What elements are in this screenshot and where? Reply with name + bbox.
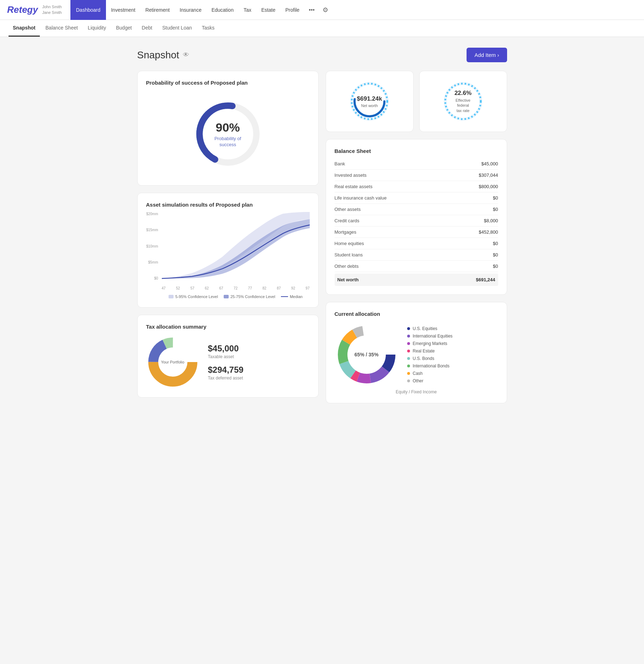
allocation-legend-item: Real Estate <box>407 349 453 354</box>
probability-percent: 90% <box>214 121 241 134</box>
allocation-legend-item: Cash <box>407 371 453 376</box>
sub-nav-student-loan[interactable]: Student Loan <box>158 20 196 37</box>
nav-dashboard[interactable]: Dashboard <box>70 0 106 20</box>
allocation-legend-item: International Bonds <box>407 363 453 368</box>
nav-settings-icon[interactable]: ⚙ <box>319 0 332 20</box>
nav-investment[interactable]: Investment <box>106 0 140 20</box>
balance-row: Other assets$0 <box>335 204 498 215</box>
tax-rate-value: 22.6% <box>452 90 475 97</box>
balance-row: Bank$45,000 <box>335 158 498 170</box>
nav-tax[interactable]: Tax <box>239 0 256 20</box>
simulation-card-title: Asset simulation results of Proposed pla… <box>146 202 310 208</box>
probability-card-title: Probability of success of Proposed plan <box>146 80 310 86</box>
tax-rate-card: 22.6% Effective federaltax rate <box>419 71 507 132</box>
sub-nav: Snapshot Balance Sheet Liquidity Budget … <box>0 20 644 37</box>
sub-nav-budget[interactable]: Budget <box>112 20 136 37</box>
tax-stat-deferred-label: Tax deferred asset <box>208 376 244 381</box>
page-title: Snapshot <box>137 49 179 61</box>
sub-nav-snapshot[interactable]: Snapshot <box>9 20 40 37</box>
allocation-card: Current allocation <box>326 302 507 403</box>
sub-nav-liquidity[interactable]: Liquidity <box>84 20 110 37</box>
net-worth-row-label: Net worth <box>337 277 359 282</box>
sub-nav-balance-sheet[interactable]: Balance Sheet <box>41 20 82 37</box>
sub-nav-debt[interactable]: Debt <box>138 20 157 37</box>
page-header: Snapshot 👁 Add Item › <box>137 48 507 62</box>
allocation-legend-item: Other <box>407 378 453 383</box>
legend-median: Median <box>281 294 303 299</box>
simulation-card: Asset simulation results of Proposed pla… <box>137 193 319 308</box>
balance-row: Credit cards$8,000 <box>335 215 498 227</box>
balance-sheet-card: Balance Sheet Bank$45,000Invested assets… <box>326 139 507 295</box>
allocation-legend-item: Emerging Markets <box>407 341 453 346</box>
tax-donut-label: Your Portfolio <box>160 360 185 365</box>
tax-stat-deferred: $294,759 Tax deferred asset <box>208 365 244 381</box>
probability-center: 90% Probability ofsuccess <box>214 121 241 148</box>
allocation-card-title: Current allocation <box>335 311 498 317</box>
balance-sheet-table: Bank$45,000Invested assets$307,044Real e… <box>335 158 498 272</box>
top-nav: Retegy John Smith Jane Smith Dashboard I… <box>0 0 644 20</box>
nav-more[interactable]: ••• <box>304 0 319 20</box>
balance-sheet-title: Balance Sheet <box>335 148 498 154</box>
chart-x-labels: 4752576267727782879297 <box>162 286 310 290</box>
tax-stat-taxable-label: Taxable asset <box>208 354 244 359</box>
balance-row: Other debts$0 <box>335 261 498 272</box>
right-col: $691.24k Net worth <box>326 71 507 403</box>
allocation-subtitle: Equity / Fixed Income <box>335 389 498 394</box>
tax-stat-taxable: $45,000 Taxable asset <box>208 344 244 359</box>
user-info: John Smith Jane Smith <box>42 4 62 15</box>
allocation-legend: U.S. EquitiesInternational EquitiesEmerg… <box>407 326 453 383</box>
eye-icon[interactable]: 👁 <box>183 51 189 59</box>
balance-net-worth-row: Net worth $691,244 <box>335 273 498 286</box>
main-content: Snapshot 👁 Add Item › Probability of suc… <box>127 37 518 414</box>
add-item-button[interactable]: Add Item › <box>467 48 507 62</box>
nav-education[interactable]: Education <box>207 0 239 20</box>
legend-confidence-25-75: 25-75% Confidence Level <box>224 294 275 299</box>
left-col: Probability of success of Proposed plan <box>137 71 319 403</box>
allocation-legend-item: International Equities <box>407 334 453 339</box>
balance-row: Real estate assets$800,000 <box>335 181 498 192</box>
chart-legend: 5-95% Confidence Level 25-75% Confidence… <box>146 294 310 299</box>
nav-retirement[interactable]: Retirement <box>140 0 175 20</box>
allocation-center-label: 65% / 35% <box>352 352 381 357</box>
probability-label: Probability ofsuccess <box>214 136 241 148</box>
tax-card-title: Tax allocation summary <box>146 324 310 330</box>
chart-y-labels: $20mm $15mm $10mm $5mm $0 <box>146 212 160 280</box>
nav-links: Dashboard Investment Retirement Insuranc… <box>70 0 332 20</box>
balance-row: Student loans$0 <box>335 249 498 261</box>
allocation-legend-item: U.S. Bonds <box>407 356 453 361</box>
net-worth-row-value: $691,244 <box>476 277 495 282</box>
balance-row: Invested assets$307,044 <box>335 170 498 181</box>
tax-stat-taxable-value: $45,000 <box>208 344 244 354</box>
tax-rate-label: Effective federaltax rate <box>452 98 475 113</box>
allocation-legend-item: U.S. Equities <box>407 326 453 331</box>
legend-confidence-5-95: 5-95% Confidence Level <box>169 294 218 299</box>
nav-estate[interactable]: Estate <box>256 0 281 20</box>
balance-row: Mortgages$452,800 <box>335 227 498 238</box>
nav-insurance[interactable]: Insurance <box>175 0 206 20</box>
balance-row: Life insurance cash value$0 <box>335 192 498 204</box>
net-worth-value: $691.24k <box>357 95 382 102</box>
tax-stat-deferred-value: $294,759 <box>208 365 244 375</box>
net-worth-card: $691.24k Net worth <box>326 71 414 132</box>
nav-profile[interactable]: Profile <box>280 0 304 20</box>
logo[interactable]: Retegy <box>7 4 38 15</box>
probability-card: Probability of success of Proposed plan <box>137 71 319 186</box>
balance-row: Home equities$0 <box>335 238 498 249</box>
dashboard-grid: Probability of success of Proposed plan <box>137 71 507 403</box>
sub-nav-tasks[interactable]: Tasks <box>197 20 219 37</box>
tax-card: Tax allocation summary Your Portfolio <box>137 315 319 398</box>
net-worth-label: Net worth <box>357 103 382 108</box>
